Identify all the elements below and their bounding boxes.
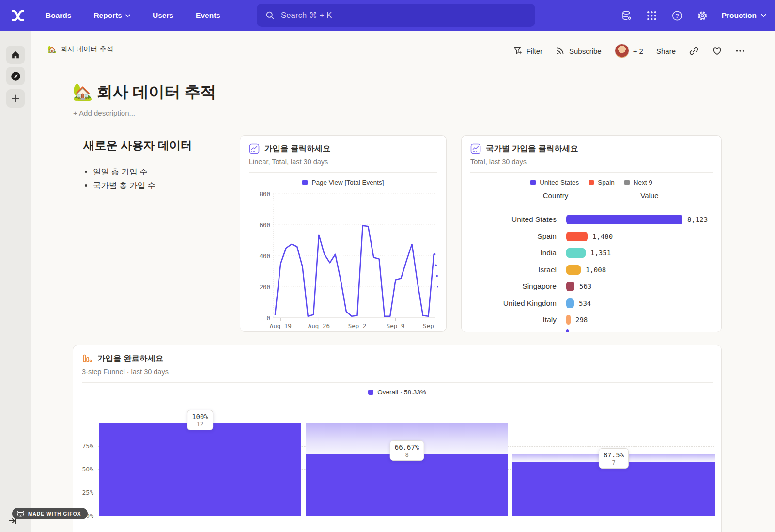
breadcrumb-label: 회사 데이터 추적 xyxy=(61,45,114,54)
dashed-tail-dot xyxy=(437,286,438,288)
collaborators[interactable]: + 2 xyxy=(615,44,643,58)
line-series[interactable] xyxy=(275,226,434,316)
line-chart-card: 가입을 클릭하세요 Linear, Total, last 30 days Pa… xyxy=(240,135,447,332)
sidebar-add-button[interactable] xyxy=(6,89,25,108)
search-icon xyxy=(265,11,275,20)
country-value: 298 xyxy=(575,316,588,324)
country-row-spain: Spain1,480 xyxy=(462,228,721,245)
country-bar[interactable] xyxy=(566,248,586,258)
x-tick-label: Sep 9 xyxy=(387,322,405,329)
sidebar-discover-button[interactable] xyxy=(6,67,25,85)
sidebar-home-button[interactable] xyxy=(6,46,25,64)
bar-card-title: 국가별 가입을 클릭하세요 xyxy=(486,143,578,154)
bar-legend-united-states[interactable]: United States xyxy=(530,179,579,186)
x-tick-label: Sep 16 xyxy=(423,322,438,329)
apps-grid-icon[interactable] xyxy=(646,10,658,21)
link-icon xyxy=(689,46,699,56)
filter-label: Filter xyxy=(527,47,542,55)
fox-icon xyxy=(16,510,25,517)
country-bar[interactable] xyxy=(566,298,574,308)
funnel-y-tick-label: 75% xyxy=(77,442,93,450)
bar-card-title-row[interactable]: 국가별 가입을 클릭하세요 xyxy=(470,143,713,154)
column-header-value: Value xyxy=(616,191,683,200)
column-header-country: Country xyxy=(508,191,603,200)
top-navigation-bar: BoardsReportsUsersEvents Search ⌘ + K xyxy=(0,0,775,31)
tooltip-percent: 100% xyxy=(192,413,208,421)
made-with-gifox-badge[interactable]: MADE WITH GIFOX xyxy=(12,508,88,519)
share-button[interactable]: Share xyxy=(656,47,676,55)
notes-heading: 새로운 사용자 데이터 xyxy=(83,138,229,153)
filter-button[interactable]: Filter xyxy=(513,46,542,56)
country-label: Spain xyxy=(462,232,566,241)
topnav-events[interactable]: Events xyxy=(196,11,220,20)
help-icon[interactable]: ? xyxy=(671,10,683,21)
mixpanel-logo-icon[interactable] xyxy=(9,6,27,25)
favorite-button[interactable] xyxy=(712,46,722,56)
more-options-button[interactable] xyxy=(735,46,745,56)
country-label: India xyxy=(462,249,566,257)
subscribe-label: Subscribe xyxy=(569,47,602,55)
country-label: Israel xyxy=(462,266,566,274)
page-title[interactable]: 🏡 회사 데이터 추적 xyxy=(73,81,216,103)
funnel-y-tick-label: 50% xyxy=(77,466,93,473)
collaborators-count: + 2 xyxy=(633,47,643,55)
country-label: Italy xyxy=(462,315,566,324)
funnel-step-tooltip: 87.5%7 xyxy=(599,448,629,469)
country-bar[interactable] xyxy=(566,265,581,275)
copy-link-button[interactable] xyxy=(689,46,699,56)
funnel-y-tick-label: 25% xyxy=(77,489,93,496)
country-label: United States xyxy=(462,215,566,224)
line-card-title-row[interactable]: 가입을 클릭하세요 xyxy=(249,143,437,154)
topnav-users[interactable]: Users xyxy=(153,11,173,20)
add-description-button[interactable]: + Add description... xyxy=(73,109,135,117)
country-value: 563 xyxy=(579,282,591,290)
subscribe-button[interactable]: Subscribe xyxy=(556,46,602,56)
dashed-tail-dot xyxy=(436,275,438,277)
topnav-reports[interactable]: Reports xyxy=(93,11,130,20)
country-bar[interactable] xyxy=(566,215,682,224)
breadcrumb[interactable]: 🏡 회사 데이터 추적 xyxy=(47,45,113,54)
compass-icon xyxy=(10,71,21,82)
country-value: 1,008 xyxy=(586,266,606,274)
funnel-card: 가입을 완료하세요 3-step Funnel · last 30 days O… xyxy=(73,345,722,532)
tooltip-count: 7 xyxy=(604,459,624,466)
legend-label: United States xyxy=(540,179,579,186)
bar-card-subtitle: Total, last 30 days xyxy=(470,158,713,166)
country-bar[interactable] xyxy=(566,282,574,291)
plus-icon xyxy=(11,94,20,103)
bar-legend-next-9[interactable]: Next 9 xyxy=(624,179,652,186)
bar-legend-spain[interactable]: Spain xyxy=(589,179,615,186)
dashed-tail-dot xyxy=(435,264,437,266)
project-selector[interactable]: Prouction xyxy=(722,11,766,20)
funnel-step-bar[interactable] xyxy=(99,423,301,516)
country-row-united-states: United States8,123 xyxy=(462,211,721,228)
legend-label: Spain xyxy=(598,179,615,186)
data-management-icon[interactable] xyxy=(621,10,633,21)
country-row-israel: Israel1,008 xyxy=(462,262,721,279)
legend-swatch xyxy=(624,180,630,185)
country-bar[interactable] xyxy=(566,232,588,241)
line-chart-plot[interactable]: 0200400600800Aug 19Aug 26Sep 2Sep 9Sep 1… xyxy=(249,189,438,332)
line-legend-item[interactable]: Page View [Total Events] xyxy=(302,179,384,186)
search-input[interactable]: Search ⌘ + K xyxy=(257,4,535,27)
country-row-italy: Italy298 xyxy=(462,312,721,329)
bar-rows: United States8,123Spain1,480India1,351Is… xyxy=(462,211,721,329)
board-actions: Filter Subscribe + 2 Share xyxy=(513,43,745,59)
line-card-subtitle: Linear, Total, last 30 days xyxy=(249,158,437,166)
rss-icon xyxy=(556,46,565,56)
funnel-step-bar[interactable] xyxy=(512,423,715,516)
country-row-united-kingdom: United Kingdom534 xyxy=(462,295,721,312)
funnel-step-bar[interactable] xyxy=(306,423,508,516)
ellipsis-icon xyxy=(735,46,745,56)
settings-gear-icon[interactable] xyxy=(697,10,708,21)
country-bar[interactable] xyxy=(566,315,571,325)
x-tick-label: Aug 19 xyxy=(270,322,292,329)
legend-swatch xyxy=(589,180,594,185)
country-value: 534 xyxy=(579,299,591,307)
board-emoji-icon: 🏡 xyxy=(47,45,57,54)
left-sidebar xyxy=(0,31,31,532)
funnel-converted-region xyxy=(306,454,508,516)
country-bar-card: 국가별 가입을 클릭하세요 Total, last 30 days United… xyxy=(461,135,722,332)
svg-text:?: ? xyxy=(675,12,679,19)
topnav-boards[interactable]: Boards xyxy=(46,11,71,20)
